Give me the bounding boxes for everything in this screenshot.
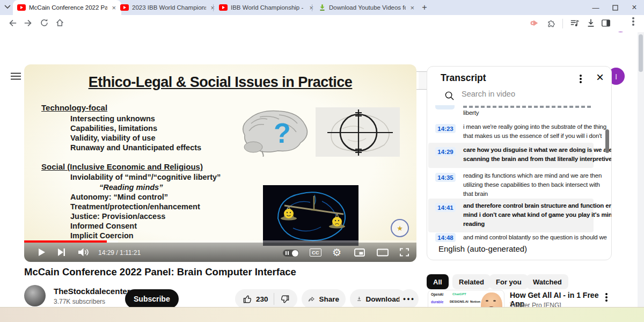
channel-avatar[interactable] [24,285,46,306]
pink-extension-icon[interactable] [529,18,539,28]
fullscreen-icon[interactable] [400,248,409,257]
new-tab-button[interactable]: + [419,2,430,13]
transcript-timestamp[interactable]: 14:41 [435,203,456,212]
hamburger-menu-icon[interactable] [11,72,21,80]
back-icon[interactable] [8,18,17,28]
player-settings-gear-icon[interactable]: ⚙ [332,246,341,259]
slide-item: Justice: Provision/access [70,212,165,221]
subscriber-count: 3.77K subscribers [54,298,105,305]
browser-toolbar: youtube.com/watch?v=JKYbI7UoldQ I [0,15,644,32]
transcript-close-icon[interactable]: × [596,70,604,85]
download-favicon [319,4,326,11]
autoplay-toggle[interactable] [283,250,299,257]
miniplayer-icon[interactable] [354,248,365,257]
sidebar-icon[interactable] [601,18,611,28]
browser-tab-active[interactable]: McCain Conference 2022 Panel: × [13,0,121,15]
youtube-favicon [120,4,129,11]
window-minimize-button[interactable]: — [587,0,605,15]
share-button[interactable]: Share [302,289,346,309]
slide-heading: Technology-focal [41,103,107,112]
like-button[interactable]: 230 [243,294,268,304]
tab-title: IBB World Championship - You [231,4,305,11]
transcript-menu-kebab-icon[interactable] [580,75,582,77]
thumb-logo: ChatGPT [452,292,466,296]
channel-name[interactable]: TheStockdalecenter [54,287,130,296]
tab-close-icon[interactable]: × [409,4,415,12]
browser-menu-kebab-icon[interactable] [632,17,634,19]
progress-bar[interactable] [24,240,416,243]
video-player-surface[interactable]: Ethico-Legal & Social Issues in Practice… [24,64,416,262]
transcript-timestamp-clipped [435,105,455,109]
svg-text:?: ? [274,118,291,149]
tab-separator [312,4,312,11]
transcript-timestamp[interactable]: 14:35 [435,173,456,182]
extensions-puzzle-icon[interactable] [546,18,556,28]
more-actions-button[interactable]: ●●● [399,289,419,309]
tab-title: Download Youtube Videos for [329,4,406,11]
share-label: Share [319,295,339,303]
download-toolbar-icon[interactable] [586,18,596,28]
channel-watermark-logo: ★ [391,219,409,237]
youtube-favicon [219,4,228,11]
transcript-search-icon [444,91,455,101]
transcript-panel: Transcript × liberty 14:23 i mean we're … [427,66,612,260]
volume-icon[interactable] [78,248,90,257]
transcript-text: liberty [463,108,479,118]
reload-icon[interactable] [40,18,49,27]
transcript-scrollbar-thumb[interactable] [605,129,609,153]
theater-mode-icon[interactable] [377,248,389,257]
slide-item: “Reading minds” [99,183,163,192]
like-count: 230 [256,295,268,303]
forward-icon[interactable] [24,18,33,28]
transcript-text: care how you disguise it what we are doi… [463,145,611,164]
windows-taskbar: ⚙ 10°C Bewolkt 00:02 26-1 [0,307,644,322]
slide-item: Inviolability of “mind”/“cognitive liber… [70,173,221,181]
transcript-timestamp[interactable]: 14:48 [435,233,456,242]
browser-tab[interactable]: IBB World Championship - You × [215,0,319,15]
brain-question-image: ? [230,107,314,157]
page-scrollbar-thumb[interactable] [639,34,643,72]
subscribe-button[interactable]: Subscribe [125,289,179,309]
share-icon [308,294,315,304]
tab-separator [213,4,214,11]
slide-title: Ethico-Legal & Social Issues in Practice [24,74,416,91]
tab-title: McCain Conference 2022 Panel: [29,4,107,11]
chip-for-you[interactable]: For you [489,274,528,289]
slide-item: Implicit Coercion [70,231,134,240]
recommended-kebab-icon[interactable] [605,293,608,295]
tab-title: 2023 IBB World Championship [132,4,206,11]
video-title: McCain Conference 2022 Panel: Brain Comp… [24,266,416,278]
home-icon[interactable] [55,18,64,27]
transcript-text: and therefore control brain structure an… [463,201,611,229]
transcript-text-clipped-line [463,106,591,108]
tab-search-icon[interactable] [4,3,11,11]
browser-tab[interactable]: 2023 IBB World Championship × [116,0,220,15]
window-close-button[interactable]: × [625,0,643,15]
thumb-logo: DESIGNS.AI [450,300,469,303]
transcript-timestamp[interactable]: 14:23 [435,124,456,133]
playlist-extension-icon[interactable] [570,18,580,28]
slide-item: Intersecting unknowns [70,114,155,123]
dislike-button[interactable] [280,294,290,304]
chip-watched[interactable]: Watched [526,274,568,289]
screen: McCain Conference 2022 Panel: × 2023 IBB… [0,0,644,322]
window-maximize-button[interactable] [606,0,624,15]
slide-item: Autonomy: “Mind control” [70,193,168,201]
next-video-icon[interactable] [57,248,65,257]
page-scrollbar[interactable] [638,32,644,307]
play-icon[interactable] [38,248,46,257]
chip-all[interactable]: All [427,274,449,289]
slide-item: Capabilities, limitations [70,124,157,133]
browser-tab-strip: McCain Conference 2022 Panel: × 2023 IBB… [0,0,644,15]
thumb-logo: OpenAI [431,292,443,296]
download-button[interactable]: Download [350,289,407,309]
youtube-favicon [17,4,26,11]
subtitles-cc-button[interactable]: CC [310,248,321,257]
chip-related[interactable]: Related [452,274,491,289]
transcript-search-input[interactable] [460,89,586,99]
transcript-timestamp[interactable]: 14:29 [435,147,456,156]
browser-tab[interactable]: Download Youtube Videos for × [314,0,420,15]
transcript-language-selector[interactable]: English (auto-generated) [438,244,527,253]
slide-heading: Social (Inclusive Economic and Religious… [41,162,203,171]
toolbar-divider [562,19,563,28]
